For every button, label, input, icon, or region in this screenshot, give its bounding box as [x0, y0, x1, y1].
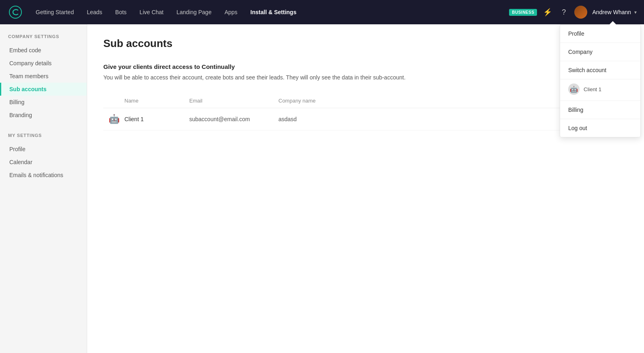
dropdown-switch-account[interactable]: Switch account [560, 61, 640, 79]
row-email: subaccount@email.com [189, 116, 278, 122]
sidebar-item-profile[interactable]: Profile [0, 143, 87, 156]
col-header-company: Company name [278, 98, 571, 104]
col-header-name: Name [124, 98, 189, 104]
sidebar-item-branding[interactable]: Branding [0, 109, 87, 122]
my-section-title: MY SETTINGS [0, 133, 87, 143]
sidebar-item-sub-accounts[interactable]: Sub accounts [0, 83, 87, 96]
topnav-right: BUSINESS ⚡ ? Andrew Whann ▼ [509, 6, 638, 19]
sidebar-item-calendar[interactable]: Calendar [0, 156, 87, 169]
account-avatar-icon: 🤖 [109, 114, 120, 124]
sidebar-item-emails-notifications[interactable]: Emails & notifications [0, 169, 87, 182]
row-company: asdasd [278, 116, 571, 122]
user-dropdown-menu: Profile Company Switch account 🤖 Client … [560, 24, 641, 137]
page-header: Sub accounts Add sub account [103, 37, 628, 53]
nav-live-chat[interactable]: Live Chat [133, 0, 170, 24]
business-badge: BUSINESS [509, 9, 537, 16]
sub-account-label: Client 1 [584, 86, 601, 92]
dropdown-company[interactable]: Company [560, 43, 640, 61]
username-button[interactable]: Andrew Whann ▼ [592, 9, 638, 15]
sidebar-item-embed-code[interactable]: Embed code [0, 44, 87, 57]
dropdown-profile[interactable]: Profile [560, 25, 640, 43]
col-header-email: Email [189, 98, 278, 104]
company-settings-section: COMPANY SETTINGS Embed code Company deta… [0, 34, 87, 122]
nav-apps[interactable]: Apps [218, 0, 244, 24]
sub-accounts-table: Name Email Company name 🤖 Client 1 subac… [103, 94, 628, 131]
nav-install-settings[interactable]: Install & Settings [244, 0, 303, 24]
nav-landing-page[interactable]: Landing Page [170, 0, 218, 24]
my-settings-section: MY SETTINGS Profile Calendar Emails & no… [0, 133, 87, 182]
sub-account-avatar: 🤖 [568, 83, 580, 95]
dropdown-billing[interactable]: Billing [560, 101, 640, 119]
help-icon[interactable]: ? [558, 6, 569, 18]
sidebar-item-company-details[interactable]: Company details [0, 57, 87, 70]
table-header: Name Email Company name [103, 94, 628, 108]
dropdown-sub-account-item[interactable]: 🤖 Client 1 [560, 79, 640, 101]
svg-point-0 [9, 6, 21, 18]
top-navigation: Getting Started Leads Bots Live Chat Lan… [0, 0, 644, 24]
row-avatar: 🤖 [103, 114, 124, 124]
nav-links: Getting Started Leads Bots Live Chat Lan… [29, 0, 509, 24]
row-name: Client 1 [124, 116, 189, 122]
table-row: 🤖 Client 1 subaccount@email.com asdasd R… [103, 108, 628, 131]
chevron-down-icon: ▼ [633, 10, 638, 15]
nav-leads[interactable]: Leads [80, 0, 109, 24]
tagline: Give your clients direct access to Conti… [103, 63, 628, 70]
dropdown-logout[interactable]: Log out [560, 119, 640, 137]
logo[interactable] [6, 3, 24, 21]
company-section-title: COMPANY SETTINGS [0, 34, 87, 44]
sidebar-item-team-members[interactable]: Team members [0, 70, 87, 83]
sidebar-item-billing[interactable]: Billing [0, 96, 87, 109]
lightning-icon[interactable]: ⚡ [542, 6, 553, 18]
page-layout: COMPANY SETTINGS Embed code Company deta… [0, 24, 644, 353]
nav-bots[interactable]: Bots [109, 0, 133, 24]
username-label: Andrew Whann [592, 9, 631, 15]
page-title: Sub accounts [103, 37, 172, 50]
sidebar: COMPANY SETTINGS Embed code Company deta… [0, 24, 87, 353]
user-avatar[interactable] [574, 6, 587, 19]
nav-getting-started[interactable]: Getting Started [29, 0, 80, 24]
description: You will be able to access their account… [103, 74, 628, 81]
